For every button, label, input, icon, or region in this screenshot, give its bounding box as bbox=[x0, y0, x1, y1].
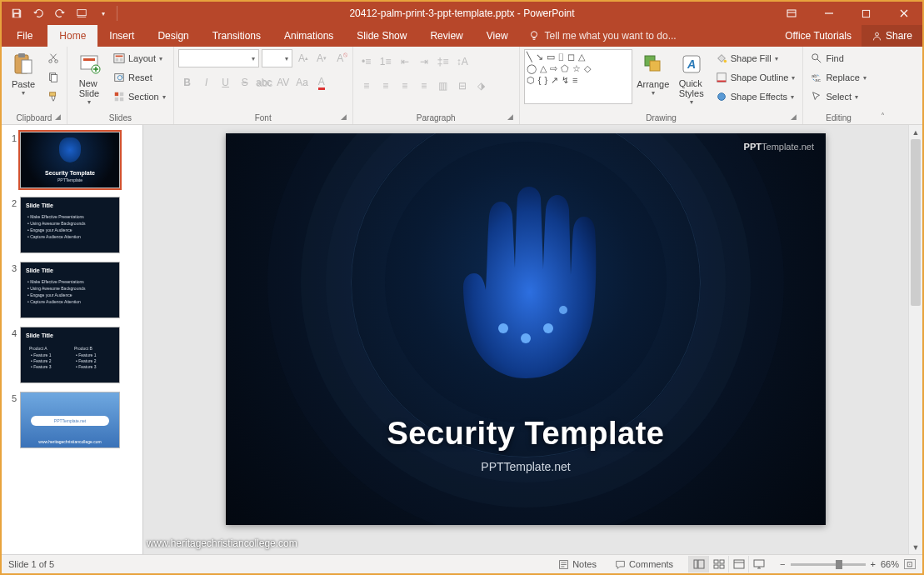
notes-button[interactable]: Notes bbox=[555, 559, 600, 570]
maximize-icon[interactable] bbox=[847, 2, 885, 25]
font-color-icon[interactable]: A bbox=[312, 73, 331, 92]
cut-button[interactable] bbox=[44, 49, 62, 68]
change-case-icon[interactable]: Aa bbox=[293, 73, 312, 92]
text-direction-icon[interactable]: ↕A bbox=[453, 52, 472, 71]
tab-file[interactable]: File bbox=[2, 25, 47, 47]
svg-point-39 bbox=[559, 306, 567, 314]
zoom-slider-thumb[interactable] bbox=[836, 560, 842, 569]
slideshow-view-icon[interactable] bbox=[748, 556, 768, 572]
dialog-launcher-icon[interactable]: ◢ bbox=[507, 112, 513, 121]
font-name-combo[interactable]: ▾ bbox=[178, 49, 259, 68]
align-right-icon[interactable]: ≡ bbox=[396, 77, 414, 95]
copy-button[interactable] bbox=[44, 68, 62, 87]
collapse-ribbon-icon[interactable]: ˄ bbox=[874, 47, 892, 124]
paste-button[interactable]: Paste ▾ bbox=[6, 49, 41, 108]
office-tutorials-button[interactable]: Office Tutorials bbox=[775, 25, 862, 47]
start-from-beginning-icon[interactable] bbox=[72, 3, 92, 23]
bold-icon[interactable]: B bbox=[178, 73, 197, 92]
share-button[interactable]: Share bbox=[862, 25, 922, 47]
align-center-icon[interactable]: ≡ bbox=[377, 77, 395, 95]
replace-button[interactable]: abacReplace▾ bbox=[807, 68, 869, 87]
save-icon[interactable] bbox=[7, 3, 27, 23]
qat-customize-icon[interactable]: ▾ bbox=[93, 3, 113, 23]
slide-canvas-area[interactable]: PPTTemplate.net Security Template PPTTem… bbox=[143, 125, 908, 554]
grow-font-icon[interactable]: A▴ bbox=[295, 49, 311, 68]
tab-view[interactable]: View bbox=[475, 25, 520, 47]
columns-icon[interactable]: ▥ bbox=[434, 77, 452, 95]
comments-button[interactable]: Comments bbox=[612, 559, 677, 570]
shape-outline-button[interactable]: Shape Outline▾ bbox=[712, 68, 799, 87]
decrease-indent-icon[interactable]: ⇤ bbox=[396, 52, 414, 71]
smartart-icon[interactable]: ⬗ bbox=[472, 77, 491, 95]
scroll-down-icon[interactable]: ▼ bbox=[909, 540, 922, 554]
select-button[interactable]: Select▾ bbox=[807, 88, 869, 106]
arrange-button[interactable]: Arrange ▾ bbox=[636, 49, 671, 108]
format-painter-button[interactable] bbox=[44, 88, 62, 106]
tab-transitions[interactable]: Transitions bbox=[201, 25, 272, 47]
zoom-in-icon[interactable]: + bbox=[871, 559, 876, 569]
shapes-gallery[interactable]: ╲↘▭⌷◻△ ◯△⇨⬠☆◇ ⬡{}↗↯≡ bbox=[524, 49, 632, 104]
strikethrough-icon[interactable]: S bbox=[236, 73, 254, 92]
zoom-out-icon[interactable]: − bbox=[780, 559, 785, 569]
tab-review[interactable]: Review bbox=[418, 25, 474, 47]
zoom-percentage[interactable]: 66% bbox=[881, 559, 899, 569]
close-icon[interactable] bbox=[885, 2, 922, 25]
redo-icon[interactable] bbox=[50, 3, 70, 23]
shape-effects-button[interactable]: Shape Effects▾ bbox=[712, 88, 799, 106]
vertical-scrollbar[interactable]: ▲ ▼ bbox=[908, 125, 922, 554]
shape-fill-icon bbox=[716, 52, 727, 64]
shrink-font-icon[interactable]: A▾ bbox=[313, 49, 329, 68]
justify-icon[interactable]: ≡ bbox=[415, 77, 433, 95]
increase-indent-icon[interactable]: ⇥ bbox=[415, 52, 433, 71]
tab-insert[interactable]: Insert bbox=[97, 25, 146, 47]
align-text-icon[interactable]: ⊟ bbox=[453, 77, 472, 95]
reading-view-icon[interactable] bbox=[728, 556, 748, 572]
thumbnail-4[interactable]: 4 Slide Title Product AProduct B • Featu… bbox=[5, 327, 139, 383]
tab-home[interactable]: Home bbox=[47, 25, 97, 47]
slide-sorter-view-icon[interactable] bbox=[708, 556, 728, 572]
svg-rect-24 bbox=[120, 98, 123, 101]
scroll-track[interactable] bbox=[909, 139, 922, 540]
shape-fill-button[interactable]: Shape Fill▾ bbox=[712, 49, 799, 68]
find-button[interactable]: Find bbox=[807, 49, 869, 68]
font-size-combo[interactable]: ▾ bbox=[262, 49, 293, 68]
thumbnail-1[interactable]: 1 Security Template PPTTemplate bbox=[5, 132, 139, 188]
slide-thumbnails-panel[interactable]: 1 Security Template PPTTemplate 2 Slide … bbox=[2, 125, 143, 554]
new-slide-button[interactable]: New Slide ▾ bbox=[72, 49, 107, 108]
svg-rect-48 bbox=[754, 560, 764, 567]
bullets-icon[interactable]: •≡ bbox=[357, 52, 376, 71]
line-spacing-icon[interactable]: ‡≡ bbox=[434, 52, 452, 71]
thumbnail-3[interactable]: 3 Slide Title • Make Effective Presentat… bbox=[5, 262, 139, 318]
clear-formatting-icon[interactable]: A⦸ bbox=[332, 49, 348, 68]
character-spacing-icon[interactable]: AV bbox=[274, 73, 292, 92]
text-shadow-icon[interactable]: abc bbox=[255, 73, 273, 92]
group-font: ▾ ▾ A▴ A▾ A⦸ B I U S abc AV Aa A Font◢ bbox=[174, 47, 353, 124]
fit-to-window-icon[interactable]: ⊡ bbox=[904, 559, 916, 569]
quick-styles-button[interactable]: A Quick Styles ▾ bbox=[674, 49, 709, 108]
italic-icon[interactable]: I bbox=[197, 73, 216, 92]
tab-design[interactable]: Design bbox=[146, 25, 200, 47]
ribbon-display-options-icon[interactable] bbox=[772, 2, 810, 25]
scroll-up-icon[interactable]: ▲ bbox=[909, 125, 922, 139]
normal-view-icon[interactable] bbox=[688, 556, 708, 572]
tab-animations[interactable]: Animations bbox=[272, 25, 345, 47]
thumbnail-5[interactable]: 5 PPTTemplate.net www.heritagechristianc… bbox=[5, 392, 139, 448]
tell-me-search[interactable]: Tell me what you want to do... bbox=[520, 25, 685, 47]
numbering-icon[interactable]: 1≡ bbox=[377, 52, 395, 71]
dialog-launcher-icon[interactable]: ◢ bbox=[55, 112, 61, 121]
section-button[interactable]: Section▾ bbox=[110, 88, 169, 106]
svg-point-33 bbox=[812, 54, 818, 60]
zoom-slider[interactable] bbox=[791, 563, 866, 566]
scroll-thumb[interactable] bbox=[911, 139, 921, 306]
shape-effects-icon bbox=[716, 91, 727, 102]
align-left-icon[interactable]: ≡ bbox=[357, 77, 376, 95]
reset-button[interactable]: Reset bbox=[110, 68, 169, 87]
layout-button[interactable]: Layout▾ bbox=[110, 49, 169, 68]
dialog-launcher-icon[interactable]: ◢ bbox=[791, 112, 797, 121]
undo-icon[interactable] bbox=[28, 3, 48, 23]
tab-slide-show[interactable]: Slide Show bbox=[345, 25, 418, 47]
minimize-icon[interactable] bbox=[810, 2, 847, 25]
thumbnail-2[interactable]: 2 Slide Title • Make Effective Presentat… bbox=[5, 197, 139, 253]
dialog-launcher-icon[interactable]: ◢ bbox=[341, 112, 347, 121]
underline-icon[interactable]: U bbox=[217, 73, 235, 92]
